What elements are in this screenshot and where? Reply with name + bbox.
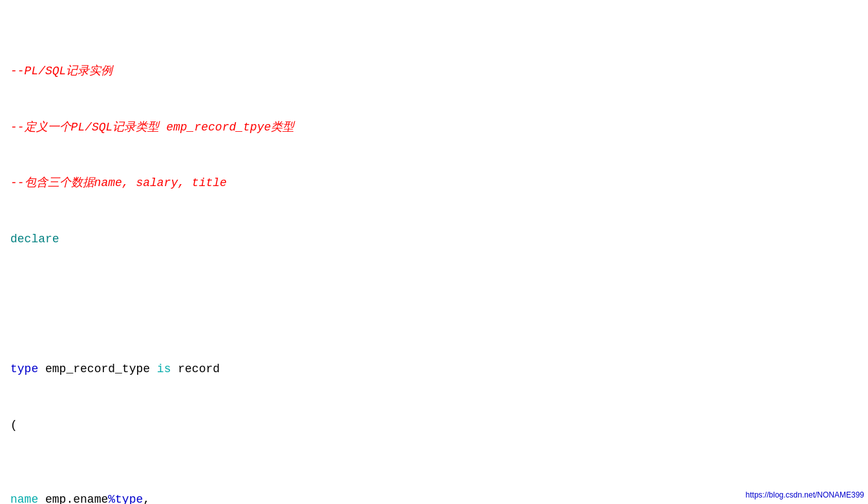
name-line: name emp.ename%type, — [10, 490, 858, 504]
declare-keyword: declare — [10, 230, 858, 249]
comment-line-1: --PL/SQL记录实例 — [10, 62, 858, 81]
comment-line-2: --定义一个PL/SQL记录类型 emp_record_tpye类型 — [10, 118, 858, 137]
watermark: https://blog.csdn.net/NONAME399 — [746, 489, 864, 501]
type-line: type emp_record_type is record — [10, 360, 858, 379]
comment-line-3: --包含三个数据name, salary, title — [10, 174, 858, 193]
code-content: --PL/SQL记录实例 --定义一个PL/SQL记录类型 emp_record… — [10, 6, 858, 504]
paren-open: ( — [10, 416, 858, 435]
blank-1 — [10, 286, 858, 304]
